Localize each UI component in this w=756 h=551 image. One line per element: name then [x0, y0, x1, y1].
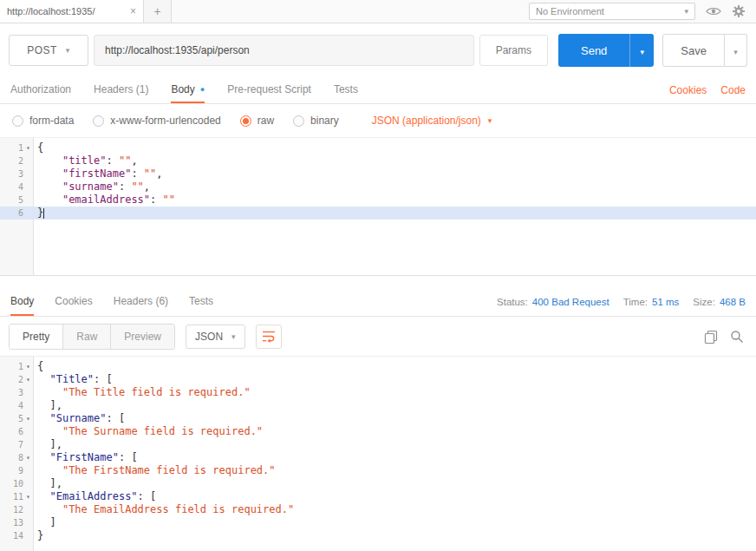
- search-response-button[interactable]: [730, 330, 744, 344]
- code-text: "EmailAddress": [: [33, 490, 156, 503]
- request-body-editor[interactable]: 1▾{2 "title": "",3 "firstName": "",4 "su…: [0, 137, 756, 276]
- code-text: "title": "",: [33, 154, 138, 167]
- line-number: 5▾: [0, 412, 33, 425]
- tab-response-cookies[interactable]: Cookies: [55, 287, 92, 316]
- environment-select[interactable]: No Environment ▾: [529, 3, 695, 20]
- body-set-dot-icon: ●: [200, 85, 205, 94]
- code-link[interactable]: Code: [720, 84, 746, 96]
- code-text: "Title": [: [33, 373, 113, 386]
- body-type-binary[interactable]: binary: [293, 115, 339, 127]
- status-label: Status:: [497, 297, 528, 307]
- line-number-value: 9: [18, 464, 23, 477]
- code-line-4: 4 "surname": "",: [0, 180, 756, 194]
- code-text: "Surname": [: [33, 412, 125, 425]
- radio-icon: [93, 115, 104, 127]
- new-tab-button[interactable]: +: [144, 0, 172, 23]
- size-value: 468 B: [720, 297, 746, 307]
- fold-toggle-icon[interactable]: ▾: [23, 412, 33, 425]
- radio-selected-icon: [240, 115, 251, 127]
- environment-quicklook-button[interactable]: [706, 6, 721, 16]
- line-number: 10: [0, 477, 33, 490]
- save-button[interactable]: Save: [662, 34, 725, 67]
- tab-tests[interactable]: Tests: [334, 77, 358, 103]
- response-status: Status: 400 Bad Request: [497, 297, 609, 307]
- tab-headers[interactable]: Headers (1): [94, 77, 148, 103]
- request-tab[interactable]: http://localhost:1935/ ×: [0, 0, 144, 23]
- tab-pre-request-script[interactable]: Pre-request Script: [227, 77, 311, 103]
- line-number: 3: [0, 386, 33, 399]
- eye-icon: [706, 6, 721, 16]
- code-text: "The FirstName field is required.": [33, 464, 276, 477]
- view-raw-button[interactable]: Raw: [63, 325, 111, 349]
- line-number: 8▾: [0, 451, 33, 464]
- fold-toggle-icon[interactable]: ▾: [23, 373, 33, 386]
- line-number: 1▾: [0, 141, 33, 154]
- body-type-x-www-form-urlencoded[interactable]: x-www-form-urlencoded: [93, 115, 220, 127]
- tab-body[interactable]: Body ●: [171, 77, 205, 103]
- line-number-value: 12: [13, 503, 23, 516]
- send-options-button[interactable]: ▾: [629, 34, 654, 67]
- close-tab-icon[interactable]: ×: [130, 5, 136, 17]
- fold-toggle-icon[interactable]: ▾: [23, 451, 33, 464]
- line-number-value: 3: [18, 386, 23, 399]
- response-size: Size: 468 B: [693, 297, 746, 307]
- content-type-select[interactable]: JSON (application/json) ▾: [372, 115, 492, 127]
- line-number: 7: [0, 438, 33, 451]
- fold-toggle-icon[interactable]: ▾: [23, 490, 33, 503]
- line-number-value: 10: [13, 477, 23, 490]
- line-number: 6: [0, 425, 33, 438]
- code-line-5: 5▾ "Surname": [: [0, 412, 756, 425]
- code-text: "surname": "",: [33, 180, 150, 194]
- code-text: "firstName": "",: [33, 167, 163, 180]
- wrap-lines-button[interactable]: [256, 325, 282, 349]
- fold-toggle-icon[interactable]: ▾: [23, 141, 33, 154]
- tab-response-headers[interactable]: Headers (6): [114, 287, 168, 316]
- save-button-group: Save ▾: [662, 34, 747, 67]
- line-number: 5: [0, 194, 33, 207]
- chevron-down-icon: ▾: [66, 46, 70, 55]
- chevron-down-icon: ▾: [684, 7, 688, 16]
- fold-toggle-icon[interactable]: ▾: [23, 360, 33, 373]
- body-type-label: raw: [257, 115, 274, 127]
- view-pretty-button[interactable]: Pretty: [10, 325, 63, 349]
- code-line-3: 3 "The Title field is required.": [0, 386, 756, 399]
- params-button[interactable]: Params: [479, 35, 548, 66]
- copy-response-button[interactable]: [704, 330, 718, 344]
- code-line-10: 10 ],: [0, 477, 756, 490]
- chevron-down-icon: ▾: [488, 116, 492, 125]
- tab-title: http://localhost:1935/: [7, 6, 125, 16]
- settings-button[interactable]: [732, 4, 746, 18]
- body-type-label: x-www-form-urlencoded: [110, 115, 220, 127]
- response-format-select[interactable]: JSON ▾: [186, 325, 245, 349]
- view-preview-button[interactable]: Preview: [111, 325, 174, 349]
- cookies-link[interactable]: Cookies: [669, 84, 707, 96]
- body-type-row: form-data x-www-form-urlencoded raw bina…: [0, 104, 756, 137]
- code-text: ]: [33, 516, 56, 529]
- line-number: 11▾: [0, 490, 33, 503]
- body-type-label: binary: [310, 115, 339, 127]
- code-line-13: 13 ]: [0, 516, 756, 529]
- code-text: "The Surname field is required.": [33, 425, 263, 438]
- code-line-14: 14}: [0, 529, 756, 542]
- code-line-8: 8▾ "FirstName": [: [0, 451, 756, 464]
- url-input[interactable]: [94, 35, 474, 66]
- code-text: ],: [33, 438, 62, 451]
- tab-response-body[interactable]: Body: [10, 287, 34, 316]
- response-meta: Status: 400 Bad Request Time: 51 ms Size…: [497, 287, 746, 316]
- response-tabs: Body Cookies Headers (6) Tests Status: 4…: [0, 287, 756, 317]
- code-text: {: [33, 360, 43, 373]
- code-text: "The Title field is required.": [33, 386, 251, 399]
- response-body-editor[interactable]: 1▾{2▾ "Title": [3 "The Title field is re…: [0, 356, 756, 551]
- line-number-value: 2: [18, 154, 23, 167]
- body-type-raw[interactable]: raw: [240, 115, 274, 127]
- save-options-button[interactable]: ▾: [725, 34, 747, 67]
- tab-response-tests[interactable]: Tests: [189, 287, 213, 316]
- send-button[interactable]: Send: [558, 34, 629, 67]
- body-type-form-data[interactable]: form-data: [12, 115, 74, 127]
- line-number-value: 6: [18, 207, 23, 220]
- method-select[interactable]: POST ▾: [9, 35, 88, 66]
- send-button-group: Send ▾: [558, 34, 654, 67]
- code-line-9: 9 "The FirstName field is required.": [0, 464, 756, 477]
- line-number-value: 4: [18, 399, 23, 412]
- tab-authorization[interactable]: Authorization: [10, 77, 71, 103]
